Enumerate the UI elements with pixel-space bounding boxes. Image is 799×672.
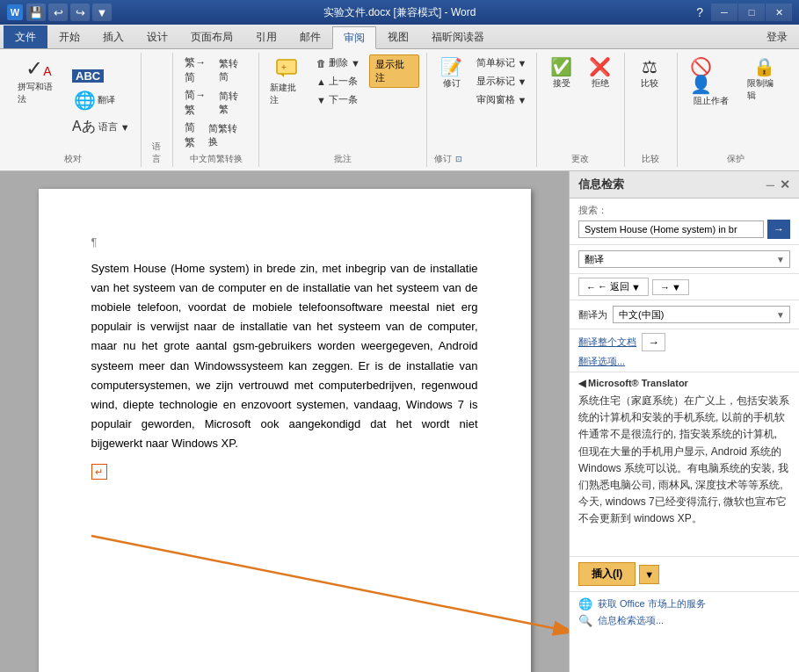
ribbon-tab-bar: 文件 开始 插入 设计 页面布局 引用 邮件 审阅 视图 福昕阅读器 登录 [0, 25, 799, 49]
document-area: ¶ System House (Home system) in brede zi… [0, 171, 569, 672]
delete-comment-button[interactable]: 🗑删除▼ [313, 54, 364, 71]
search-options-link[interactable]: 🔍 信息检索选项... [578, 614, 790, 627]
document-page: ¶ System House (Home system) in brede zi… [39, 189, 531, 672]
group-changes: ✅ 接受 ❌ 拒绝 更改 [537, 53, 625, 167]
next-comment-button[interactable]: ▼下一条 [313, 91, 364, 108]
tab-page-layout[interactable]: 页面布局 [179, 25, 244, 48]
ribbon-content: ✓A 拼写和语法 ABC 🌐 翻译 Aあ 语言 ▼ [0, 49, 799, 170]
search-go-button[interactable]: → [767, 220, 790, 239]
search-input[interactable] [578, 220, 764, 238]
tab-file[interactable]: 文件 [4, 25, 47, 48]
simple-markup-button[interactable]: 简单标记▼ [473, 54, 531, 71]
fanti-to-jian-button[interactable]: 繁→简 繁转简 [180, 54, 251, 86]
track-changes-dialog-launcher[interactable]: ⊡ [455, 155, 462, 163]
svg-line-4 [91, 536, 570, 632]
forward-button[interactable]: → ▼ [652, 279, 689, 295]
restrict-editing-label: 限制编辑 [747, 77, 781, 102]
group-proofreading-label: 校对 [12, 151, 134, 165]
jian-to-fanti-button[interactable]: 简→繁 简转繁 [180, 87, 251, 119]
accept-label: 接受 [553, 77, 570, 90]
title-bar: W 💾 ↩ ↪ ▼ 实验文件.docx [兼容模式] - Word ? ─ □ … [0, 0, 799, 25]
group-compare-label: 比较 [632, 151, 670, 165]
translator-section: ◀ Microsoft® Translator 系统住宅（家庭系统）在广义上，包… [570, 372, 799, 557]
window-title: 实验文件.docx [兼容模式] - Word [203, 5, 596, 20]
tab-references[interactable]: 引用 [244, 25, 288, 48]
back-arrow-icon: ← [586, 282, 596, 293]
tab-home[interactable]: 开始 [47, 25, 91, 48]
accept-button[interactable]: ✅ 接受 [544, 54, 579, 93]
reject-button[interactable]: ❌ 拒绝 [583, 54, 618, 93]
spell-check-button[interactable]: ✓A 拼写和语法 [12, 54, 65, 109]
translate-whole-doc-button[interactable]: → [642, 333, 665, 351]
restore-button[interactable]: □ [738, 4, 765, 21]
info-search-panel: 信息检索 ─ ✕ 搜索： → 翻译 ▼ ← ← 返回 [569, 171, 799, 672]
show-comments-button[interactable]: 显示批注 [369, 54, 419, 88]
show-markup-button[interactable]: 显示标记▼ [473, 73, 531, 90]
group-protect: 🚫👤 阻止作者 🔒 限制编辑 保护 [678, 53, 794, 167]
translate-to-row: 翻译为 中文(中国) ▼ [570, 300, 799, 329]
reject-label: 拒绝 [592, 77, 609, 90]
return-mark-box: ↵ [91, 464, 107, 480]
window-controls: ? ─ □ ✕ [596, 4, 792, 21]
group-track-changes-label: 修订 ⊡ [434, 151, 529, 165]
abc-button[interactable]: ABC [69, 68, 134, 84]
translator-title: ◀ Microsoft® Translator [578, 378, 790, 389]
panel-close-button[interactable]: ✕ [780, 177, 790, 191]
restrict-editing-button[interactable]: 🔒 限制编辑 [742, 54, 787, 105]
translate-to-select[interactable]: 中文(中国) [613, 306, 790, 323]
panel-footer-links: 🌐 获取 Office 市场上的服务 🔍 信息检索选项... [570, 592, 799, 632]
tab-mail[interactable]: 邮件 [288, 25, 332, 48]
spell-check-icon: ✓A [25, 58, 51, 79]
panel-minimize-icon[interactable]: ─ [766, 178, 774, 191]
new-comment-button[interactable]: + 新建批注 [266, 54, 308, 110]
insert-button[interactable]: 插入(I) [578, 562, 636, 586]
group-chinese-convert-label: 中文简繁转换 [180, 151, 251, 165]
customize-button[interactable]: ▼ [92, 4, 112, 21]
tab-review[interactable]: 审阅 [332, 26, 376, 49]
back-label: ← 返回 [598, 280, 629, 293]
compare-icon: ⚖ [642, 58, 657, 76]
group-language-label: 语言 [149, 139, 166, 165]
arrow-annotation [65, 518, 570, 659]
block-authors-icon: 🚫👤 [690, 58, 733, 93]
undo-button[interactable]: ↩ [48, 4, 68, 21]
tab-view[interactable]: 视图 [376, 25, 420, 48]
review-pane-button[interactable]: 审阅窗格▼ [473, 91, 531, 108]
language-button[interactable]: Aあ 语言 ▼ [69, 116, 134, 138]
group-compare: ⚖ 比较 比较 [625, 53, 678, 167]
save-button[interactable]: 💾 [26, 4, 46, 21]
insert-dropdown-button[interactable]: ▼ [639, 565, 659, 584]
close-button[interactable]: ✕ [766, 4, 792, 21]
service-select[interactable]: 翻译 [578, 250, 790, 268]
track-changes-button[interactable]: 📝 修订 [434, 54, 469, 93]
group-changes-label: 更改 [544, 151, 617, 165]
redo-button[interactable]: ↪ [70, 4, 90, 21]
chinese-convert-button[interactable]: 简繁 简繁转换 [180, 119, 251, 151]
help-button[interactable]: ? [689, 5, 710, 19]
group-language: 语言 [142, 53, 174, 167]
track-changes-label: 修订 [443, 77, 461, 90]
translate-whole-doc-link[interactable]: 翻译整个文档 [578, 336, 636, 349]
search-label: 搜索： [578, 204, 790, 217]
translate-button[interactable]: 🌐 翻译 [69, 86, 134, 114]
prev-comment-button[interactable]: ▲上一条 [313, 73, 364, 90]
tab-insert[interactable]: 插入 [91, 25, 135, 48]
back-button[interactable]: ← ← 返回 ▼ [578, 278, 649, 296]
translate-options-link[interactable]: 翻译选项... [578, 356, 625, 366]
tab-login[interactable]: 登录 [755, 25, 799, 48]
office-services-icon: 🌐 [578, 597, 592, 611]
compare-label: 比较 [641, 77, 658, 90]
svg-text:+: + [281, 62, 287, 72]
reject-icon: ❌ [589, 58, 611, 76]
tab-design[interactable]: 设计 [135, 25, 179, 48]
office-services-link[interactable]: 🌐 获取 Office 市场上的服务 [578, 597, 790, 611]
new-comment-icon: + [273, 58, 301, 81]
translator-result: 系统住宅（家庭系统）在广义上，包括安装系统的计算机和安装的手机系统, 以前的手机… [578, 393, 790, 551]
block-authors-button[interactable]: 🚫👤 阻止作者 [685, 54, 738, 111]
compare-button[interactable]: ⚖ 比较 [632, 54, 667, 93]
forward-arrow-icon: → [660, 282, 670, 293]
tab-foxit[interactable]: 福昕阅读器 [420, 25, 496, 48]
forward-dropdown-icon: ▼ [672, 282, 681, 293]
new-comment-label: 新建批注 [270, 82, 304, 106]
minimize-button[interactable]: ─ [711, 4, 737, 21]
